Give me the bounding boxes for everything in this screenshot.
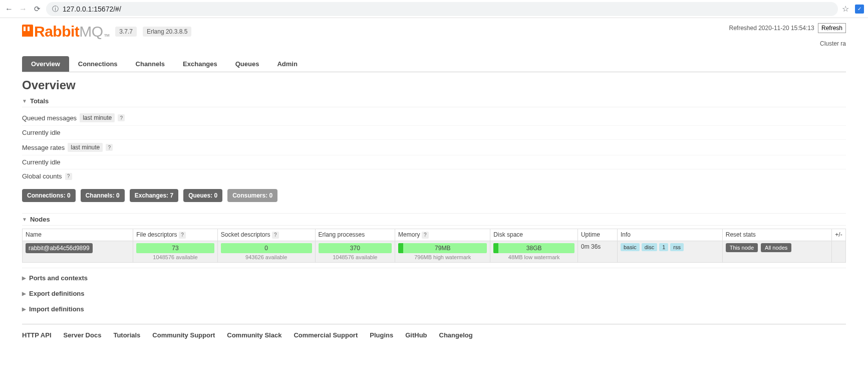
- disk-sub: 48MB low watermark: [493, 254, 574, 260]
- th-info: Info: [617, 229, 722, 241]
- info-tag-1: 1: [659, 243, 668, 251]
- ep-bar: 370: [319, 243, 392, 253]
- tab-connections[interactable]: Connections: [69, 56, 127, 72]
- rabbitmq-logo[interactable]: RabbitMQTM: [22, 23, 109, 40]
- section-import-header[interactable]: Import definitions: [22, 303, 846, 315]
- footer-commercial-support[interactable]: Commercial Support: [294, 331, 358, 339]
- tab-queues[interactable]: Queues: [226, 56, 268, 72]
- refreshed-timestamp: Refreshed 2020-11-20 15:54:13: [729, 25, 814, 32]
- info-icon[interactable]: ⓘ: [52, 5, 59, 14]
- message-rates-label: Message rates: [22, 144, 65, 151]
- th-sd: Socket descriptors ?: [217, 229, 315, 241]
- help-icon[interactable]: ?: [422, 232, 429, 239]
- help-icon[interactable]: ?: [272, 232, 279, 239]
- sd-sub: 943626 available: [221, 254, 312, 260]
- section-ports-header[interactable]: Ports and contexts: [22, 272, 846, 284]
- back-icon[interactable]: ←: [4, 5, 14, 14]
- th-mem: Memory ?: [395, 229, 490, 241]
- sd-bar: 0: [221, 243, 312, 253]
- chevron-down-icon: [22, 98, 27, 104]
- disk-bar: 38GB: [493, 243, 574, 253]
- ep-sub: 1048576 available: [319, 254, 392, 260]
- footer-server-docs[interactable]: Server Docs: [64, 331, 102, 339]
- footer-http-api[interactable]: HTTP API: [22, 331, 52, 339]
- mem-sub: 796MB high watermark: [398, 254, 487, 260]
- global-counts-label: Global counts: [22, 172, 62, 180]
- reset-all-nodes-button[interactable]: All nodes: [761, 243, 791, 252]
- count-channels[interactable]: Channels: 0: [81, 189, 125, 202]
- tab-exchanges[interactable]: Exchanges: [174, 56, 226, 72]
- chevron-right-icon: [22, 275, 26, 281]
- queued-messages-label: Queued messages: [22, 114, 77, 122]
- reload-icon[interactable]: ⟳: [32, 5, 42, 14]
- th-disk: Disk space: [490, 229, 578, 241]
- th-name: Name: [23, 229, 133, 241]
- main-tabs: Overview Connections Channels Exchanges …: [22, 56, 846, 72]
- help-icon[interactable]: ?: [106, 144, 113, 151]
- th-uptime: Uptime: [577, 229, 617, 241]
- footer-community-support[interactable]: Community Support: [152, 331, 215, 339]
- footer-plugins[interactable]: Plugins: [370, 331, 393, 339]
- fd-bar: 73: [136, 243, 214, 253]
- count-connections[interactable]: Connections: 0: [22, 189, 76, 202]
- nodes-table: Name File descriptors ? Socket descripto…: [22, 229, 846, 263]
- browser-toolbar: ← → ⟳ ⓘ 127.0.0.1:15672/#/ ☆ ✓: [0, 0, 868, 18]
- page-title: Overview: [22, 78, 846, 92]
- th-fd: File descriptors ?: [133, 229, 218, 241]
- cluster-label: Cluster ra: [729, 40, 846, 47]
- queued-idle-text: Currently idle: [22, 129, 61, 136]
- erlang-pill: Erlang 20.3.8.5: [143, 27, 191, 37]
- mem-bar: 79MB: [398, 243, 487, 253]
- tab-admin[interactable]: Admin: [268, 56, 306, 72]
- section-export-header[interactable]: Export definitions: [22, 288, 846, 299]
- tab-overview[interactable]: Overview: [22, 56, 69, 72]
- bookmark-star-icon[interactable]: ☆: [842, 4, 849, 14]
- info-tag-rss: rss: [670, 243, 684, 251]
- extension-icon[interactable]: ✓: [855, 5, 864, 14]
- uptime-cell: 0m 36s: [577, 241, 617, 262]
- chevron-right-icon: [22, 306, 26, 312]
- chevron-down-icon: [22, 217, 27, 222]
- node-name-pill[interactable]: rabbit@ab64c56d9899: [26, 243, 93, 253]
- url-bar[interactable]: ⓘ 127.0.0.1:15672/#/: [46, 2, 838, 16]
- columns-toggle[interactable]: +/-: [832, 229, 846, 241]
- info-tag-basic: basic: [621, 243, 640, 251]
- refresh-button[interactable]: Refresh: [818, 23, 846, 33]
- footer-links: HTTP API Server Docs Tutorials Community…: [22, 324, 846, 346]
- footer-changelog[interactable]: Changelog: [439, 331, 473, 339]
- count-queues[interactable]: Queues: 0: [183, 189, 222, 202]
- rates-idle-text: Currently idle: [22, 158, 61, 166]
- rabbitmq-mark-icon: [22, 25, 33, 37]
- table-row: rabbit@ab64c56d9899 731048576 available …: [23, 241, 846, 262]
- help-icon[interactable]: ?: [65, 173, 72, 180]
- section-totals-header[interactable]: Totals: [22, 95, 846, 107]
- queued-range-pill[interactable]: last minute: [80, 113, 115, 122]
- info-tag-disc: disc: [642, 243, 658, 251]
- count-consumers[interactable]: Consumers: 0: [227, 189, 277, 202]
- section-nodes-header[interactable]: Nodes: [22, 214, 846, 226]
- fd-sub: 1048576 available: [136, 254, 214, 260]
- tab-channels[interactable]: Channels: [127, 56, 174, 72]
- url-text: 127.0.0.1:15672/#/: [63, 5, 121, 13]
- footer-tutorials[interactable]: Tutorials: [113, 331, 140, 339]
- th-ep: Erlang processes: [315, 229, 395, 241]
- chevron-right-icon: [22, 291, 26, 296]
- forward-icon[interactable]: →: [18, 5, 28, 14]
- rates-range-pill[interactable]: last minute: [68, 143, 103, 152]
- reset-this-node-button[interactable]: This node: [726, 243, 758, 252]
- th-reset: Reset stats: [722, 229, 831, 241]
- help-icon[interactable]: ?: [118, 114, 125, 121]
- footer-community-slack[interactable]: Community Slack: [227, 331, 281, 339]
- help-icon[interactable]: ?: [179, 232, 186, 239]
- version-pill: 3.7.7: [115, 27, 137, 37]
- count-exchanges[interactable]: Exchanges: 7: [130, 189, 178, 202]
- footer-github[interactable]: GitHub: [405, 331, 427, 339]
